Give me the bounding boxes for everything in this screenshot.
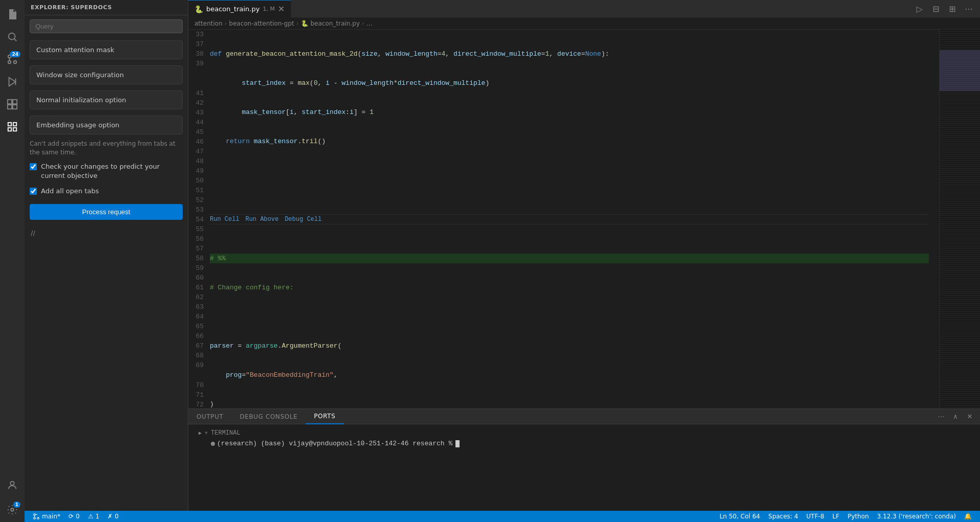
svg-line-1	[14, 39, 16, 41]
error-count: 0	[115, 513, 119, 520]
tab-ports[interactable]: PORTS	[306, 409, 343, 424]
debug-cell-1[interactable]: Debug Cell	[285, 215, 321, 224]
tab-output[interactable]: OUTPUT	[188, 409, 232, 424]
svg-rect-10	[13, 100, 17, 104]
superdocs-icon[interactable]	[2, 117, 23, 137]
sidebar: EXPLORER: SUPERDOCS Custom attention mas…	[25, 0, 188, 511]
code-line-42: # Change config here:	[210, 283, 929, 292]
extensions-icon[interactable]	[2, 94, 23, 115]
language-status[interactable]: Python	[843, 511, 873, 522]
sync-status[interactable]: ⟳ 0	[64, 511, 84, 522]
code-line-45: prog="BeaconEmbeddingTrain",	[210, 370, 929, 380]
code-line-44: parser = argparse.ArgumentParser(	[210, 341, 929, 351]
terminal-dot	[211, 442, 215, 446]
run-above-1[interactable]: Run Above	[246, 215, 279, 224]
tab-badge: 1, M	[263, 6, 274, 12]
panel-close-button[interactable]: ✕	[964, 411, 976, 423]
breadcrumb-attention[interactable]: attention	[194, 20, 223, 27]
svg-point-18	[11, 508, 14, 511]
more-options-button[interactable]: ⋯	[962, 2, 976, 16]
snippet-card-custom-attention-mask[interactable]: Custom attention mask	[30, 40, 183, 59]
svg-rect-14	[13, 123, 16, 126]
breadcrumb-file[interactable]: beacon_train.py	[311, 20, 360, 27]
source-control-badge: 24	[10, 51, 20, 57]
code-editor[interactable]: 33 37 38 39 41 42 43 44 45 46 47	[188, 30, 939, 408]
terminal-content[interactable]: ▶ ▼ TERMINAL (research) (base) vijay@vpn…	[188, 424, 980, 511]
snippet-card-embedding-usage[interactable]: Embedding usage option	[30, 116, 183, 134]
run-icon[interactable]	[2, 72, 23, 92]
settings-icon[interactable]: 1	[2, 500, 23, 520]
add-all-tabs-label: Add all open tabs	[41, 187, 99, 196]
tab-icon: 🐍	[194, 5, 203, 13]
layout-button[interactable]: ⊞	[945, 2, 960, 16]
code-line-41: # %%	[210, 254, 929, 263]
code-line-37: start_index = max(0, i - window_length*d…	[210, 78, 929, 88]
python-version-status[interactable]: 3.12.3 ('research': conda)	[873, 511, 960, 522]
terminal-cursor	[455, 440, 460, 447]
notifications-button[interactable]: 🔔	[960, 511, 976, 522]
search-icon[interactable]	[2, 27, 23, 47]
search-input[interactable]	[30, 19, 183, 33]
sidebar-title: EXPLORER: SUPERDOCS	[25, 0, 188, 15]
code-line-46: )	[210, 399, 929, 408]
line-ending-text: LF	[833, 513, 840, 520]
terminal-arrow[interactable]: ▶	[199, 430, 202, 436]
sync-icon: ⟳	[69, 513, 74, 520]
spaces-status[interactable]: Spaces: 4	[764, 511, 802, 522]
warning-icon: ⚠	[88, 513, 94, 520]
svg-rect-16	[8, 128, 11, 131]
panel-actions: ⋯ ∧ ✕	[935, 411, 980, 423]
panel-tabs: OUTPUT DEBUG CONSOLE PORTS ⋯ ∧ ✕	[188, 409, 980, 424]
check-changes-row: Check your changes to predict your curre…	[30, 162, 183, 180]
svg-rect-12	[13, 105, 17, 109]
breadcrumb-beacon-attention-gpt[interactable]: beacon-attention-gpt	[229, 20, 294, 27]
terminal-title-label: TERMINAL	[211, 429, 241, 437]
svg-rect-11	[8, 105, 12, 109]
check-changes-checkbox[interactable]	[30, 163, 37, 170]
tab-beacon-train[interactable]: 🐍 beacon_train.py 1, M ✕	[188, 0, 291, 18]
line-ending-status[interactable]: LF	[829, 511, 844, 522]
tab-label: beacon_train.py	[206, 5, 259, 13]
source-control-icon[interactable]: 24	[2, 49, 23, 70]
breadcrumb: attention › beacon-attention-gpt › 🐍 bea…	[188, 18, 980, 30]
python-version-text: 3.12.3 ('research': conda)	[877, 513, 956, 520]
breadcrumb-ellipsis[interactable]: …	[366, 20, 373, 27]
code-line-43	[210, 312, 929, 322]
warning-count: 1	[95, 513, 99, 520]
tab-close-icon[interactable]: ✕	[278, 5, 285, 13]
add-all-tabs-checkbox[interactable]	[30, 188, 37, 195]
svg-point-17	[10, 482, 14, 485]
tab-debug-console[interactable]: DEBUG CONSOLE	[232, 409, 306, 424]
settings-badge: 1	[13, 502, 20, 508]
error-status[interactable]: ✗ 0	[103, 511, 123, 522]
error-icon: ✗	[107, 513, 113, 520]
snippet-card-window-size-config[interactable]: Window size configuration	[30, 65, 183, 84]
run-button[interactable]: ▷	[912, 2, 927, 16]
svg-point-2	[14, 61, 17, 64]
svg-rect-13	[8, 123, 11, 126]
panel-maximize-button[interactable]: ∧	[949, 411, 962, 423]
warning-status[interactable]: ⚠ 1	[84, 511, 103, 522]
cursor-position[interactable]: Ln 50, Col 64	[715, 511, 764, 522]
accounts-icon[interactable]	[2, 475, 23, 495]
cursor-position-text: Ln 50, Col 64	[720, 513, 760, 520]
process-request-button[interactable]: Process request	[30, 204, 183, 220]
svg-point-19	[34, 514, 36, 516]
add-all-tabs-row: Add all open tabs	[30, 187, 183, 196]
files-icon[interactable]	[2, 4, 23, 25]
encoding-status[interactable]: UTF-8	[802, 511, 829, 522]
run-cell-1[interactable]: Run Cell	[210, 215, 239, 224]
tab-actions: ▷ ⊟ ⊞ ⋯	[912, 2, 980, 16]
panel-more-button[interactable]: ⋯	[935, 411, 947, 423]
git-branch-status[interactable]: main*	[29, 511, 64, 522]
svg-rect-9	[8, 100, 12, 104]
split-editor-button[interactable]: ⊟	[929, 2, 943, 16]
terminal-prompt-text: (research) (base) vijay@vpnduopool-10-25…	[217, 440, 452, 447]
svg-rect-15	[13, 128, 16, 131]
editor-area: 🐍 beacon_train.py 1, M ✕ ▷ ⊟ ⊞ ⋯ attenti…	[188, 0, 980, 511]
code-line-40	[210, 166, 929, 175]
check-changes-label: Check your changes to predict your curre…	[41, 162, 183, 180]
code-content[interactable]: def generate_beacon_attention_mask_2d(si…	[210, 30, 939, 408]
snippet-card-normal-init-option[interactable]: Normal initialization option	[30, 90, 183, 109]
svg-point-4	[8, 61, 11, 64]
